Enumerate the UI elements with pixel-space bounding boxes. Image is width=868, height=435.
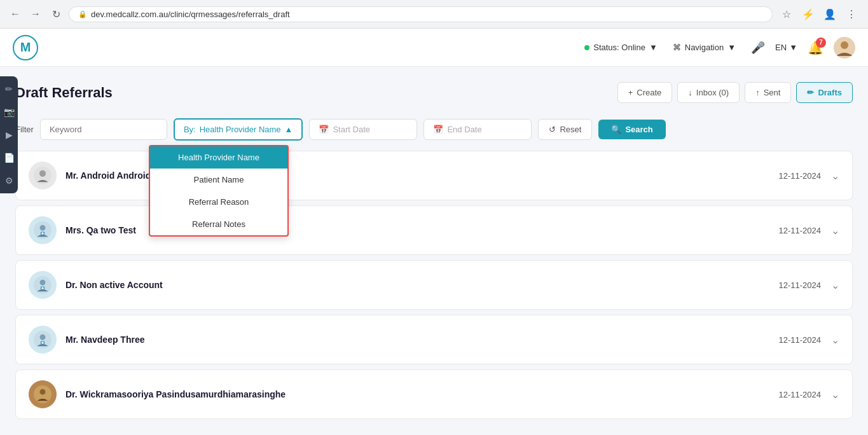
referral-left: Dr. Non active Account bbox=[29, 271, 163, 299]
main-content: Draft Referrals + Create ↓ Inbox (0) ↑ S… bbox=[0, 67, 868, 435]
inbox-label: Inbox (0) bbox=[696, 88, 729, 97]
referral-list: Mr. Android Android 12-11-2024 ⌄ bbox=[15, 151, 853, 424]
edit-icon[interactable]: ✏ bbox=[3, 81, 15, 97]
reset-label: Reset bbox=[560, 125, 581, 134]
header-right: Status: Online ▼ ⌘ Navigation ▼ 🎤 EN ▼ 🔔… bbox=[584, 37, 855, 59]
reload-button[interactable]: ↻ bbox=[48, 6, 64, 22]
drafts-button[interactable]: ✏ Drafts bbox=[796, 82, 853, 103]
create-button[interactable]: + Create bbox=[617, 82, 673, 103]
reset-button[interactable]: ↺ Reset bbox=[538, 119, 592, 140]
filter-option-health-provider[interactable]: Health Provider Name bbox=[150, 146, 287, 169]
avatar bbox=[29, 216, 57, 244]
filter-option-patient-name[interactable]: Patient Name bbox=[150, 169, 287, 191]
svg-point-10 bbox=[40, 280, 46, 286]
expand-button[interactable]: ⌄ bbox=[831, 279, 839, 291]
notification-badge: 7 bbox=[816, 38, 826, 48]
settings-icon[interactable]: ⚙ bbox=[3, 173, 16, 188]
browser-chrome: ← → ↻ 🔒 dev.medcallz.com.au/clinic/qrmes… bbox=[0, 0, 868, 29]
browser-actions: ☆ ⚡ 👤 ⋮ bbox=[778, 5, 860, 23]
search-icon: 🔍 bbox=[611, 125, 621, 134]
search-button[interactable]: 🔍 Search bbox=[598, 120, 665, 139]
table-row: Mrs. Qa two Test 12-11-2024 ⌄ bbox=[15, 205, 853, 255]
referral-right: 12-11-2024 ⌄ bbox=[779, 170, 840, 182]
camera-icon[interactable]: 📷 bbox=[1, 104, 17, 120]
referral-left: Dr. Wickramasooriya Pasindusamurdhiamara… bbox=[29, 380, 286, 408]
navigation-button[interactable]: ⌘ Navigation ▼ bbox=[668, 40, 741, 55]
avatar bbox=[29, 380, 57, 408]
page-header: Draft Referrals + Create ↓ Inbox (0) ↑ S… bbox=[15, 82, 853, 103]
svg-point-5 bbox=[40, 225, 46, 231]
sent-button[interactable]: ↑ Sent bbox=[745, 82, 791, 103]
drafts-icon: ✏ bbox=[807, 88, 814, 97]
expand-button[interactable]: ⌄ bbox=[831, 334, 839, 346]
forward-button[interactable]: → bbox=[28, 6, 43, 22]
create-label: Create bbox=[637, 88, 661, 97]
end-date-input[interactable]: 📅 End Date bbox=[424, 119, 532, 140]
document-icon[interactable]: 📄 bbox=[1, 150, 17, 165]
create-icon: + bbox=[628, 88, 633, 97]
status-indicator: Status: Online ▼ bbox=[584, 43, 658, 52]
table-row: Dr. Wickramasooriya Pasindusamurdhiamara… bbox=[15, 369, 853, 419]
referral-date: 12-11-2024 bbox=[779, 226, 822, 235]
filter-dropdown-menu: Health Provider Name Patient Name Referr… bbox=[149, 145, 289, 237]
language-button[interactable]: EN ▼ bbox=[775, 43, 797, 52]
search-label: Search bbox=[625, 125, 652, 134]
language-label: EN bbox=[775, 43, 787, 52]
nav-chevron: ▼ bbox=[727, 43, 736, 52]
svg-point-15 bbox=[40, 335, 46, 340]
selected-filter-option: Health Provider Name bbox=[200, 125, 281, 134]
referral-date: 12-11-2024 bbox=[779, 280, 822, 290]
lang-chevron: ▼ bbox=[789, 43, 797, 52]
calendar-icon: 📅 bbox=[319, 125, 329, 134]
extension-button[interactable]: ⚡ bbox=[799, 5, 817, 23]
table-row: Dr. Non active Account 12-11-2024 ⌄ bbox=[15, 260, 853, 310]
keyword-input[interactable] bbox=[40, 119, 167, 140]
by-prefix: By: bbox=[184, 125, 196, 134]
sent-label: Sent bbox=[764, 88, 781, 97]
expand-button[interactable]: ⌄ bbox=[831, 224, 839, 237]
patient-name: Mrs. Qa two Test bbox=[65, 225, 136, 235]
patient-name: Mr. Android Android bbox=[65, 170, 151, 181]
video-icon[interactable]: ▶ bbox=[3, 127, 15, 142]
app-header: M Status: Online ▼ ⌘ Navigation ▼ 🎤 EN ▼… bbox=[0, 29, 868, 67]
menu-button[interactable]: ⋮ bbox=[843, 5, 860, 23]
start-date-placeholder: Start Date bbox=[333, 125, 370, 134]
svg-point-1 bbox=[841, 41, 848, 49]
filter-label: Filter bbox=[15, 125, 34, 134]
navigation-label: Navigation bbox=[685, 43, 724, 52]
avatar bbox=[29, 271, 57, 299]
referral-date: 12-11-2024 bbox=[779, 171, 822, 181]
user-avatar[interactable] bbox=[834, 37, 855, 59]
expand-button[interactable]: ⌄ bbox=[831, 170, 839, 182]
avatar bbox=[29, 162, 57, 190]
back-button[interactable]: ← bbox=[8, 6, 23, 22]
lock-icon: 🔒 bbox=[78, 10, 87, 18]
table-row: Mr. Navdeep Three 12-11-2024 ⌄ bbox=[15, 315, 853, 364]
status-dot bbox=[584, 45, 589, 50]
expand-button[interactable]: ⌄ bbox=[831, 389, 839, 401]
referral-right: 12-11-2024 ⌄ bbox=[779, 389, 840, 401]
app-logo: M bbox=[13, 35, 38, 60]
by-dropdown[interactable]: By: Health Provider Name ▲ bbox=[174, 118, 303, 141]
referral-left: Mr. Android Android bbox=[29, 162, 151, 190]
start-date-input[interactable]: 📅 Start Date bbox=[309, 119, 417, 140]
microphone-button[interactable]: 🎤 bbox=[751, 41, 765, 55]
sent-icon: ↑ bbox=[755, 88, 760, 97]
svg-point-3 bbox=[39, 170, 46, 177]
notification-button[interactable]: 🔔 7 bbox=[808, 40, 823, 55]
inbox-button[interactable]: ↓ Inbox (0) bbox=[677, 82, 740, 103]
svg-point-20 bbox=[40, 389, 46, 395]
referral-right: 12-11-2024 ⌄ bbox=[779, 334, 840, 346]
referral-date: 12-11-2024 bbox=[779, 335, 822, 345]
bookmark-button[interactable]: ☆ bbox=[778, 5, 796, 23]
avatar bbox=[29, 326, 57, 354]
filter-option-referral-reason[interactable]: Referral Reason bbox=[150, 191, 287, 213]
referral-date: 12-11-2024 bbox=[779, 390, 822, 399]
inbox-icon: ↓ bbox=[688, 88, 692, 97]
dropdown-chevron-up: ▲ bbox=[285, 125, 293, 134]
profile-button[interactable]: 👤 bbox=[821, 5, 839, 23]
address-bar[interactable]: 🔒 dev.medcallz.com.au/clinic/qrmessages/… bbox=[69, 6, 773, 22]
filter-row: Filter By: Health Provider Name ▲ Health… bbox=[15, 118, 853, 141]
filter-option-referral-notes[interactable]: Referral Notes bbox=[150, 213, 287, 235]
referral-left: Mrs. Qa two Test bbox=[29, 216, 136, 244]
